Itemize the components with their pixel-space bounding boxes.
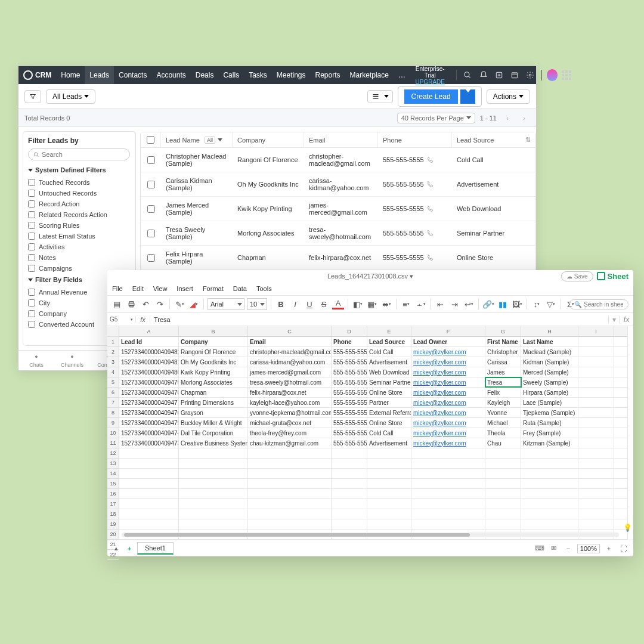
cell[interactable]: Oh My Goodknits Inc	[179, 357, 248, 367]
filter-option[interactable]: Latest Email Status	[28, 231, 130, 242]
cell[interactable]	[179, 448, 248, 458]
cell[interactable]	[485, 519, 521, 529]
cell[interactable]	[119, 509, 179, 519]
cell[interactable]: 152733400000409476	[119, 408, 179, 417]
mail-icon[interactable]: ✉	[549, 543, 559, 554]
cell[interactable]	[179, 489, 248, 499]
align-v-icon[interactable]: ⫠▾	[414, 298, 426, 310]
row-checkbox-cell[interactable]	[141, 172, 161, 196]
cell[interactable]: Frey (Sample)	[521, 428, 578, 438]
cell[interactable]: Online Store	[367, 418, 411, 428]
cell[interactable]: Michael	[485, 418, 521, 428]
cell[interactable]: Chapman	[179, 388, 248, 397]
cell[interactable]	[521, 469, 578, 478]
cell[interactable]	[119, 459, 179, 468]
filter-option[interactable]: Touched Records	[28, 177, 130, 188]
cell[interactable]	[179, 499, 248, 509]
cell[interactable]	[367, 489, 411, 499]
checkbox[interactable]	[28, 254, 35, 261]
cell[interactable]: Chau	[485, 438, 521, 448]
cell[interactable]: 152733400000409482	[119, 347, 179, 357]
cell[interactable]	[521, 459, 578, 468]
zoom-out-button[interactable]: −	[563, 543, 574, 554]
nav-item-tasks[interactable]: Tasks	[244, 66, 272, 84]
cell[interactable]: 152733400000409480	[119, 367, 179, 377]
cell[interactable]: 555-555-5555	[332, 428, 367, 438]
wrap-icon[interactable]: ↩▾	[463, 298, 475, 310]
cell[interactable]: 555-555-5555	[332, 418, 367, 428]
layout-toggle-button[interactable]	[367, 90, 393, 103]
table-row[interactable]: Christopher Maclead (Sample)Rangoni Of F…	[141, 148, 535, 172]
header-cell[interactable]: Company	[179, 337, 248, 346]
image-icon[interactable]: 🖼▾	[511, 298, 523, 310]
filter-option[interactable]: Scoring Rules	[28, 220, 130, 231]
sheet-search[interactable]: 🔍	[569, 299, 628, 309]
row-header[interactable]: 8	[107, 408, 119, 418]
borders-icon[interactable]: ▦▾	[366, 298, 378, 310]
avatar[interactable]	[547, 69, 558, 81]
header-cell[interactable]: Email	[248, 337, 332, 346]
merge-icon[interactable]: ⬌▾	[380, 298, 392, 310]
cell[interactable]	[119, 499, 179, 509]
row-checkbox-cell[interactable]	[141, 246, 161, 270]
cell[interactable]	[578, 519, 614, 529]
cell[interactable]	[367, 519, 411, 529]
sheet-tab[interactable]: Sheet1	[137, 542, 174, 555]
cell[interactable]: 555-555-5555	[332, 408, 367, 417]
checkbox[interactable]	[147, 181, 155, 188]
cell[interactable]: james-merced@gmail.com	[248, 367, 332, 377]
cell[interactable]	[521, 489, 578, 499]
cell[interactable]: mickey@zylker.com	[411, 438, 485, 448]
fontsize-select[interactable]: 10	[247, 298, 267, 310]
cell[interactable]: mickey@zylker.com	[411, 428, 485, 438]
cell[interactable]: Ruta (Sample)	[521, 418, 578, 428]
checkbox[interactable]	[28, 310, 35, 317]
nav-item-leads[interactable]: Leads	[85, 66, 114, 84]
cell[interactable]: tresa-sweely@hotmail.com	[248, 377, 332, 387]
cell[interactable]	[248, 448, 332, 458]
gear-icon[interactable]	[524, 68, 537, 82]
cell[interactable]	[179, 469, 248, 478]
col-header-E[interactable]: E	[367, 326, 411, 336]
menu-edit[interactable]: Edit	[132, 285, 144, 292]
cell[interactable]	[411, 459, 485, 468]
row-header[interactable]: 15	[107, 479, 119, 489]
cell[interactable]: theola-frey@frey.com	[248, 428, 332, 438]
table-row[interactable]: Tresa Sweely (Sample)Morlong Associatest…	[141, 221, 535, 246]
crm-logo[interactable]: CRM	[23, 70, 51, 80]
cell[interactable]: Cold Call	[367, 428, 411, 438]
cell[interactable]: Theola	[485, 428, 521, 438]
filter2-icon[interactable]: ▽▾	[545, 298, 557, 310]
nav-item-reports[interactable]: Reports	[311, 66, 345, 84]
cell[interactable]	[578, 398, 614, 407]
table-row[interactable]: Felix Hirpara (Sample)Chapmanfelix-hirpa…	[141, 246, 535, 270]
cell[interactable]	[411, 469, 485, 478]
cell[interactable]	[248, 459, 332, 468]
filter-option[interactable]: Related Records Action	[28, 209, 130, 220]
cell[interactable]	[248, 479, 332, 488]
cell[interactable]	[248, 509, 332, 519]
col-header-source[interactable]: Lead Source⇅	[452, 132, 535, 147]
checkbox[interactable]	[147, 230, 155, 237]
cell[interactable]: mickey@zylker.com	[411, 367, 485, 377]
row-header[interactable]: 19	[107, 519, 119, 530]
zoom-in-button[interactable]: +	[603, 543, 614, 554]
cell[interactable]	[119, 519, 179, 529]
cell[interactable]: Dal Tile Corporation	[179, 428, 248, 438]
row-header[interactable]: 6	[107, 388, 119, 398]
nav-item-contacts[interactable]: Contacts	[114, 66, 151, 84]
cell[interactable]: 152733400000409479	[119, 377, 179, 387]
cell[interactable]	[367, 509, 411, 519]
toggle-panel-icon[interactable]: ▤	[111, 298, 123, 310]
nav-more-icon[interactable]: …	[394, 71, 411, 79]
header-cell[interactable]: Lead Source	[367, 337, 411, 346]
cell[interactable]	[578, 509, 614, 519]
row-header[interactable]: 18	[107, 509, 119, 519]
cell[interactable]	[248, 519, 332, 529]
cell[interactable]: Morlong Associates	[179, 377, 248, 387]
row-header[interactable]: 13	[107, 459, 119, 469]
cell[interactable]	[521, 509, 578, 519]
bottom-nav-chats[interactable]: ●Chats	[18, 354, 54, 368]
search-icon[interactable]	[461, 68, 474, 82]
cell[interactable]	[578, 489, 614, 499]
